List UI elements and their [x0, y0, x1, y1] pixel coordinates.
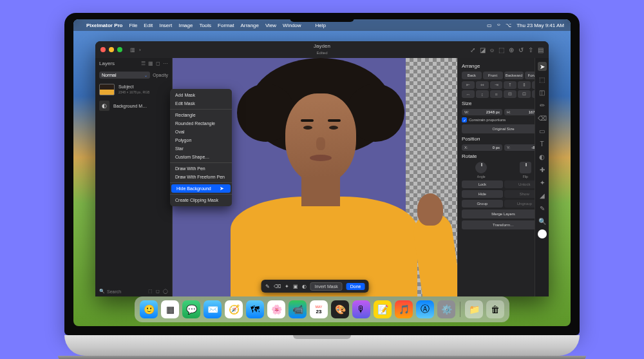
dock-music-icon[interactable]: 🎵: [395, 300, 413, 318]
eraser-icon[interactable]: ⌫: [274, 284, 281, 289]
menu-help[interactable]: Help: [316, 23, 326, 28]
dock-messages-icon[interactable]: 💬: [182, 300, 200, 318]
control-center-icon[interactable]: ⌥: [506, 23, 511, 28]
effects-shortcut-icon[interactable]: ⬚: [148, 289, 153, 294]
dock-maps-icon[interactable]: 🗺: [246, 300, 264, 318]
distribute-v-icon[interactable]: ↕: [476, 90, 489, 98]
align-left-icon[interactable]: ⇤: [462, 81, 475, 89]
constrain-proportions-checkbox[interactable]: ✓ Constrain proportions: [462, 117, 545, 122]
gradient-mask-icon[interactable]: ◐: [302, 284, 307, 289]
ctx-star[interactable]: Star: [170, 144, 232, 153]
paint-tool-icon[interactable]: ✏: [538, 101, 547, 110]
close-button[interactable]: [100, 47, 106, 52]
arrow-tool-icon[interactable]: ➤: [538, 62, 547, 71]
ctx-hide-background[interactable]: Hide Background ➤: [171, 184, 231, 193]
type-tool-icon[interactable]: T: [538, 139, 547, 148]
menu-tools[interactable]: Tools: [199, 23, 211, 28]
align-middle-icon[interactable]: ⇕: [518, 81, 531, 89]
zoom-icon[interactable]: ⤢: [470, 46, 475, 53]
dock-podcasts-icon[interactable]: 🎙: [352, 300, 370, 318]
menubar-app-name[interactable]: Pixelmator Pro: [86, 23, 122, 28]
menubar-datetime[interactable]: Thu 23 May 9:41 AM: [516, 23, 564, 28]
dock-finder-icon[interactable]: 🙂: [140, 300, 158, 318]
dock-launchpad-icon[interactable]: ▦: [161, 300, 179, 318]
group-button[interactable]: Group: [462, 200, 503, 208]
gradient-tool-icon[interactable]: ◢: [538, 191, 547, 200]
flip-control[interactable]: [520, 162, 531, 173]
distribute-h-icon[interactable]: ↔: [462, 90, 475, 98]
distribute-even-v-icon[interactable]: ⊡: [518, 90, 531, 98]
ctx-polygon[interactable]: Polygon: [170, 136, 232, 144]
color-tool-icon[interactable]: ◐: [538, 152, 547, 161]
color-adjust-icon[interactable]: ◪: [480, 46, 486, 53]
align-right-icon[interactable]: ⇥: [490, 81, 503, 89]
menu-view[interactable]: View: [265, 23, 276, 28]
menu-window[interactable]: Window: [283, 23, 301, 28]
menu-edit[interactable]: Edit: [144, 23, 153, 28]
distribute-spacing-icon[interactable]: ≡: [490, 90, 503, 98]
brush-icon[interactable]: ✎: [265, 284, 270, 289]
layers-lock-icon[interactable]: ◻: [156, 61, 160, 66]
dock-settings-icon[interactable]: ⚙️: [437, 300, 455, 318]
ctx-edit-mask[interactable]: Edit Mask: [170, 99, 232, 108]
dock-mail-icon[interactable]: ✉️: [204, 300, 222, 318]
ctx-oval[interactable]: Oval: [170, 128, 232, 136]
x-field[interactable]: X:0 px: [462, 144, 502, 151]
battery-icon[interactable]: ▭: [487, 23, 492, 28]
ctx-create-clipping-mask[interactable]: Create Clipping Mask: [170, 196, 232, 204]
invert-mask-button[interactable]: Invert Mask: [310, 282, 343, 291]
hide-button[interactable]: Hide: [462, 190, 503, 198]
selection-tool-icon[interactable]: ◫: [538, 88, 547, 97]
dock-photos-icon[interactable]: 🌸: [267, 300, 285, 318]
dock-appstore-icon[interactable]: Ⓐ: [416, 300, 434, 318]
ctx-rounded-rectangle[interactable]: Rounded Rectangle: [170, 119, 232, 128]
dock-facetime-icon[interactable]: 📹: [289, 300, 307, 318]
share-icon[interactable]: ⇧: [528, 46, 533, 53]
width-field[interactable]: W:2348 px: [462, 109, 502, 115]
layers-search-input[interactable]: Search: [107, 289, 121, 294]
ctx-custom-shape[interactable]: Custom Shape…: [170, 153, 232, 161]
rotate-dial[interactable]: [475, 162, 487, 173]
refine-icon[interactable]: ✦: [285, 284, 289, 289]
maximize-button[interactable]: [117, 47, 122, 52]
done-button[interactable]: Done: [346, 283, 365, 290]
sidebar-toggle-icon[interactable]: ▥: [130, 47, 135, 53]
wifi-icon[interactable]: ⌔: [497, 23, 500, 28]
blend-mode-select[interactable]: Normal ⌄: [99, 72, 150, 79]
minimize-button[interactable]: [109, 47, 114, 52]
crop-tool-icon[interactable]: ⬚: [538, 75, 547, 84]
menu-image[interactable]: Image: [178, 23, 193, 28]
menu-arrange[interactable]: Arrange: [240, 23, 258, 28]
ctx-rectangle[interactable]: Rectangle: [170, 111, 232, 119]
history-icon[interactable]: ↺: [518, 46, 524, 53]
order-backward-button[interactable]: Backward: [504, 72, 524, 79]
inspector-toggle-icon[interactable]: ▤: [538, 46, 544, 53]
layer-item-subject[interactable]: Subject 2348 × 1678 px, RGB: [95, 81, 172, 98]
order-front-button[interactable]: Front: [483, 72, 503, 79]
order-back-button[interactable]: Back: [462, 72, 482, 79]
menu-format[interactable]: Format: [218, 23, 234, 28]
dock-trash-icon[interactable]: 🗑: [486, 300, 504, 318]
menu-file[interactable]: File: [129, 23, 137, 28]
menu-insert[interactable]: Insert: [159, 23, 172, 28]
align-top-icon[interactable]: ⤒: [504, 81, 516, 89]
picker-tool-icon[interactable]: ✎: [538, 204, 547, 213]
select-subject-icon[interactable]: ▣: [293, 284, 298, 289]
transform-button[interactable]: Transform…: [462, 220, 545, 229]
shape-tool-icon[interactable]: ▭: [538, 126, 547, 135]
dock-notes-icon[interactable]: 📝: [374, 300, 392, 318]
dock-downloads-icon[interactable]: 📁: [465, 300, 483, 318]
layers-more-icon[interactable]: ⋯: [163, 61, 168, 66]
zoom-tool-icon[interactable]: 🔍: [538, 217, 547, 226]
clone-tool-icon[interactable]: ✦: [538, 178, 547, 187]
add-icon[interactable]: ⊕: [509, 46, 514, 53]
repair-tool-icon[interactable]: ✚: [538, 165, 547, 174]
ctx-draw-freeform-pen[interactable]: Draw With Freeform Pen: [170, 173, 232, 181]
merge-layers-button[interactable]: Merge Layers: [462, 209, 545, 218]
dock-calendar-icon[interactable]: MAY23: [310, 300, 328, 318]
ctx-add-mask[interactable]: Add Mask: [170, 91, 232, 99]
align-center-icon[interactable]: ⇔: [476, 81, 489, 89]
color-well-icon[interactable]: [538, 229, 547, 238]
layer-item-background-mask[interactable]: ◐ Background M…: [95, 98, 172, 113]
adjustments-shortcut-icon[interactable]: ◯: [163, 289, 168, 294]
